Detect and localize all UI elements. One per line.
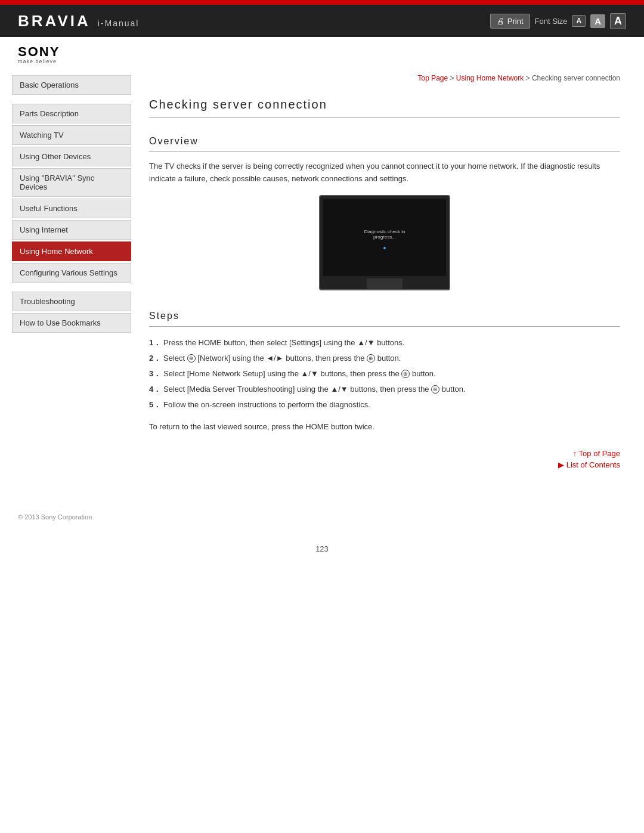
tv-stand (367, 278, 402, 289)
font-size-medium-button[interactable]: A (590, 14, 605, 28)
tv-progress-text: Diagnostic check in progress... (353, 229, 416, 240)
page-number: 123 (0, 532, 644, 565)
breadcrumb: Top Page > Using Home Network > Checking… (149, 69, 620, 89)
sidebar-item-using-internet[interactable]: Using Internet (12, 220, 131, 240)
step-5: 5． Follow the on-screen instructions to … (149, 397, 620, 413)
tv-screenshot: Server Diagnostics - Diagnostic Check Di… (319, 195, 450, 290)
breadcrumb-sep2: > (526, 74, 532, 82)
steps-heading: Steps (149, 305, 620, 327)
confirm-icon-2: ⊕ (401, 370, 410, 378)
tv-progress-area: Diagnostic check in progress... • (353, 229, 416, 253)
print-icon: 🖨 (497, 17, 504, 26)
return-text: To return to the last viewed source, pre… (149, 422, 620, 431)
imanual-text: i-Manual (98, 18, 140, 28)
copyright-text: © 2013 Sony Corporation (18, 513, 92, 521)
step-1: 1． Press the HOME button, then select [S… (149, 335, 620, 351)
sony-logo-area: SONY make.believe (0, 37, 644, 69)
tv-progress-dot: • (353, 243, 416, 253)
footer-links: ↑ Top of Page ▶ List of Contents (149, 449, 620, 472)
sony-tagline: make.believe (18, 58, 626, 64)
breadcrumb-sep1: > (450, 74, 456, 82)
sidebar-nav: Basic Operations Parts Description Watch… (0, 69, 131, 484)
bravia-logo-area: BRAVIA i-Manual (18, 12, 139, 30)
breadcrumb-using-home-network[interactable]: Using Home Network (456, 74, 524, 82)
confirm-icon-1: ⊕ (367, 354, 375, 363)
network-icon: ⊕ (187, 354, 196, 363)
sidebar-item-troubleshooting[interactable]: Troubleshooting (12, 292, 131, 311)
font-size-label: Font Size (535, 17, 568, 26)
red-accent-bar (0, 0, 644, 5)
steps-list: 1． Press the HOME button, then select [S… (149, 335, 620, 413)
sidebar-item-basic-operations[interactable]: Basic Operations (12, 75, 131, 95)
step-3: 3． Select [Home Network Setup] using the… (149, 366, 620, 382)
main-layout: Basic Operations Parts Description Watch… (0, 69, 644, 501)
list-of-contents-link[interactable]: ▶ List of Contents (558, 460, 620, 469)
page-title: Checking server connection (149, 89, 620, 118)
step-4: 4． Select [Media Server Troubleshooting]… (149, 382, 620, 397)
sidebar-item-using-other-devices[interactable]: Using Other Devices (12, 147, 131, 166)
sidebar-item-parts-description[interactable]: Parts Description (12, 104, 131, 123)
sidebar-item-how-to-use-bookmarks[interactable]: How to Use Bookmarks (12, 313, 131, 333)
sidebar-item-useful-functions[interactable]: Useful Functions (12, 199, 131, 218)
page-footer: © 2013 Sony Corporation (0, 513, 644, 532)
sidebar-item-using-home-network[interactable]: Using Home Network (12, 241, 131, 261)
sidebar-item-bravia-sync[interactable]: Using "BRAVIA" Sync Devices (12, 168, 131, 197)
breadcrumb-top-page[interactable]: Top Page (417, 74, 448, 82)
font-size-small-button[interactable]: A (572, 15, 586, 27)
step-2: 2． Select ⊕ [Network] using the ◄/► butt… (149, 351, 620, 366)
confirm-icon-3: ⊕ (431, 385, 439, 394)
header-controls: 🖨 Print Font Size A A A (490, 13, 626, 29)
sidebar-item-configuring-various[interactable]: Configuring Various Settings (12, 263, 131, 283)
print-button[interactable]: 🖨 Print (490, 14, 530, 29)
main-header: BRAVIA i-Manual 🖨 Print Font Size A A A (0, 5, 644, 37)
tv-screen: Diagnostic check in progress... • (323, 199, 446, 276)
sony-logo: SONY (18, 44, 60, 59)
overview-text: The TV checks if the server is being cor… (149, 160, 620, 185)
top-of-page-link[interactable]: ↑ Top of Page (573, 449, 620, 458)
breadcrumb-current: Checking server connection (532, 74, 620, 82)
overview-heading: Overview (149, 130, 620, 152)
font-size-large-button[interactable]: A (610, 13, 626, 29)
main-content: Top Page > Using Home Network > Checking… (131, 69, 644, 484)
sidebar-item-watching-tv[interactable]: Watching TV (12, 125, 131, 145)
bravia-logo-text: BRAVIA (18, 12, 91, 30)
